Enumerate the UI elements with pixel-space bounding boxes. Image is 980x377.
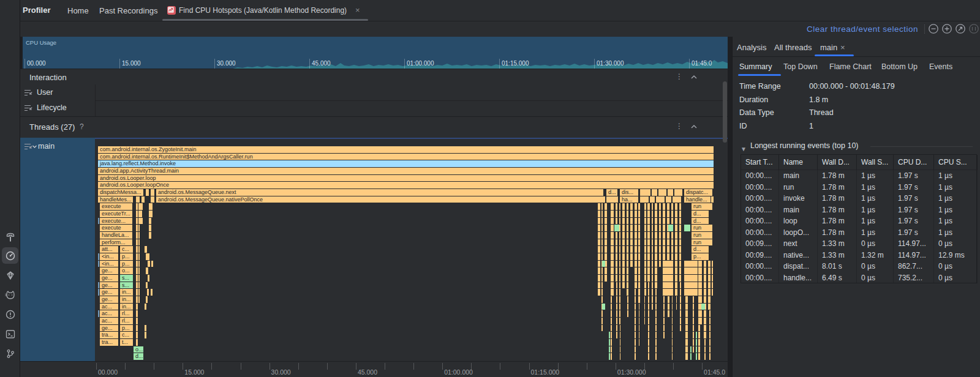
flame-bar-fragment[interactable] (149, 225, 151, 231)
flame-bar-fragment[interactable] (671, 218, 673, 225)
flame-bar-fragment[interactable] (622, 282, 625, 289)
flame-bar-fragment[interactable] (684, 261, 698, 267)
flame-bar-fragment[interactable] (644, 203, 646, 210)
flame-bar[interactable]: rl... (120, 310, 133, 317)
flame-bar-fragment[interactable] (98, 253, 99, 260)
flame-bar-fragment[interactable] (136, 332, 138, 338)
flame-bar-fragment[interactable] (704, 325, 706, 332)
flame-bar-fragment[interactable] (690, 353, 692, 360)
flame-bar-fragment[interactable] (652, 246, 653, 253)
flame-bar-fragment[interactable] (680, 318, 681, 324)
flame-bar[interactable]: p... (692, 253, 709, 260)
flame-bar-fragment[interactable] (638, 225, 640, 231)
flame-bar-fragment[interactable] (616, 296, 617, 303)
flame-bar-fragment[interactable] (611, 346, 612, 353)
flame-bar-fragment[interactable] (149, 218, 151, 225)
flame-bar-fragment[interactable] (679, 275, 681, 282)
flame-bar-fragment[interactable] (679, 239, 681, 246)
flame-bar-fragment[interactable] (138, 246, 140, 253)
flame-bar-fragment[interactable] (698, 267, 702, 274)
flame-bar-fragment[interactable] (675, 282, 677, 289)
flame-bar[interactable]: d... (692, 218, 709, 225)
flame-bar-fragment[interactable] (601, 318, 603, 324)
flame-bar-fragment[interactable] (616, 253, 617, 260)
flame-bar-fragment[interactable] (647, 218, 650, 225)
flame-bar-fragment[interactable] (136, 261, 138, 267)
flame-bar-fragment[interactable] (140, 203, 143, 210)
flame-bar[interactable]: tra... (100, 339, 118, 346)
flame-bar-fragment[interactable] (648, 304, 649, 310)
flame-bar-fragment[interactable] (138, 261, 140, 267)
flame-bar-fragment[interactable] (698, 289, 702, 296)
flame-bar-fragment[interactable] (680, 289, 681, 296)
flame-bar-fragment[interactable] (619, 275, 620, 282)
flame-bar-fragment[interactable] (685, 332, 688, 338)
flame-bar-fragment[interactable] (663, 253, 665, 260)
flame-bar-fragment[interactable] (598, 225, 600, 231)
flame-bar-fragment[interactable] (98, 218, 99, 225)
longest-events-header[interactable]: ▼ Longest running events (top 10) (741, 143, 747, 154)
flame-bar-fragment[interactable] (652, 289, 653, 296)
flame-bar-fragment[interactable] (709, 310, 710, 317)
flame-bar-fragment[interactable] (668, 189, 673, 196)
flame-bar-fragment[interactable] (606, 196, 618, 203)
flame-bar-fragment[interactable] (655, 332, 657, 338)
flame-bar-fragment[interactable] (611, 296, 612, 303)
cpu-usage-track[interactable]: CPU Usage 00.00015.00030.00045.00001:00.… (23, 37, 728, 69)
subtab-top-down[interactable]: Top Down (783, 62, 818, 71)
flame-bar-fragment[interactable] (652, 218, 653, 225)
flame-bar-fragment[interactable] (611, 225, 614, 231)
flame-bar-fragment[interactable] (609, 353, 610, 360)
flame-bar-fragment[interactable] (136, 304, 138, 310)
flame-bar-fragment[interactable] (619, 282, 620, 289)
flame-bar-fragment[interactable] (652, 304, 653, 310)
flame-bar[interactable]: in... (120, 289, 133, 296)
event-row[interactable]: 00:00....loop1.78 m1 µs1.97 s1 µs (741, 215, 976, 227)
flame-bar-fragment[interactable] (655, 339, 657, 346)
flame-bar[interactable]: java.lang.reflect.Method.invoke (98, 160, 714, 167)
flame-bar-fragment[interactable] (708, 267, 710, 274)
interaction-menu-icon[interactable]: ⋮ (676, 72, 683, 81)
main-thread-expand-icon[interactable] (32, 144, 37, 149)
flame-bar[interactable]: run (692, 232, 712, 239)
git-branch-icon[interactable] (4, 348, 17, 360)
flame-bar-fragment[interactable] (639, 310, 639, 317)
flame-bar-fragment[interactable] (652, 211, 653, 217)
flame-bar-fragment[interactable] (622, 239, 625, 246)
flame-bar-fragment[interactable] (709, 318, 710, 324)
flame-bar-fragment[interactable] (138, 275, 140, 282)
flame-bar-fragment[interactable] (136, 289, 138, 296)
flame-bar-fragment[interactable] (635, 289, 636, 296)
flame-bar-fragment[interactable] (638, 246, 640, 253)
flame-bar-fragment[interactable] (652, 267, 653, 274)
flame-bar-fragment[interactable] (679, 211, 681, 217)
flame-bar-fragment[interactable] (698, 346, 700, 353)
threads-menu-icon[interactable]: ⋮ (676, 122, 683, 130)
flame-bar-fragment[interactable] (622, 203, 625, 210)
flame-bar-fragment[interactable] (648, 289, 649, 296)
flame-bar-fragment[interactable] (647, 246, 650, 253)
flame-bar-fragment[interactable] (136, 296, 138, 303)
flame-bar-fragment[interactable] (663, 325, 665, 332)
flame-bar-fragment[interactable] (685, 318, 688, 324)
flame-bar-fragment[interactable] (698, 261, 702, 267)
events-col-header[interactable]: CPU D... (894, 155, 934, 170)
flame-bar-fragment[interactable] (138, 267, 140, 274)
flame-bar-fragment[interactable] (655, 275, 657, 282)
flame-bar-fragment[interactable] (704, 353, 706, 360)
flame-bar-fragment[interactable] (605, 239, 607, 246)
flame-bar[interactable]: <in... (100, 261, 118, 267)
flame-bar-fragment[interactable] (627, 225, 628, 231)
flame-bar-fragment[interactable] (673, 196, 681, 203)
flame-bar-fragment[interactable] (667, 246, 669, 253)
flame-bar-fragment[interactable] (648, 325, 649, 332)
flame-bar-fragment[interactable] (676, 304, 677, 310)
flame-bar-fragment[interactable] (611, 275, 614, 282)
flame-bar-fragment[interactable] (684, 225, 690, 231)
flame-bar-fragment[interactable] (611, 253, 614, 260)
flame-bar-fragment[interactable] (655, 325, 657, 332)
flame-bar-fragment[interactable] (601, 325, 603, 332)
flame-bar-fragment[interactable] (602, 304, 605, 310)
flame-bar-fragment[interactable] (611, 203, 614, 210)
flame-bar-fragment[interactable] (708, 304, 710, 310)
